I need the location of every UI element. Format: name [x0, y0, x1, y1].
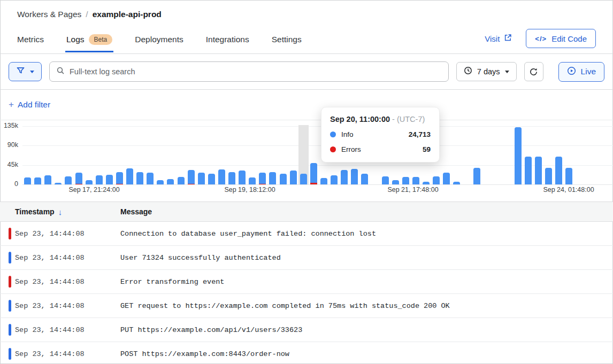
chart-bar[interactable]: [555, 157, 562, 184]
filter-menu-button[interactable]: [9, 62, 42, 81]
search-input[interactable]: [70, 67, 442, 76]
chart-bar[interactable]: [157, 180, 164, 184]
chart-bar[interactable]: [361, 174, 368, 184]
chart-bar[interactable]: [269, 172, 276, 184]
chart-bar[interactable]: [208, 174, 215, 184]
chart-bar[interactable]: [300, 174, 307, 184]
chart-bar-error-segment: [75, 184, 82, 185]
tooltip-series-value: 24,713: [409, 130, 431, 138]
chart-bar[interactable]: [239, 171, 246, 184]
add-filter-row: + Add filter: [0, 90, 613, 120]
external-link-icon: [504, 34, 512, 43]
log-table-row[interactable]: Sep 23, 14:44:08GET request to https://e…: [0, 294, 613, 318]
tooltip-series-row: Info24,713: [330, 130, 431, 138]
chart-bar[interactable]: [228, 172, 235, 184]
tab-metrics[interactable]: Metrics: [17, 30, 44, 52]
info-level-marker: [9, 348, 11, 360]
page-header: Workers & Pages / example-api-prod Metri…: [0, 0, 613, 54]
log-table: Timestamp ↓ Message Sep 23, 14:44:08Conn…: [0, 202, 613, 364]
chart-bar[interactable]: [290, 171, 297, 184]
chart-bar[interactable]: [310, 163, 317, 184]
tab-integrations[interactable]: Integrations: [206, 30, 249, 52]
chart-bar[interactable]: [218, 169, 225, 184]
tooltip-series-label: Errors: [341, 145, 361, 153]
chart-bar[interactable]: [147, 173, 154, 184]
chart-bar-error-segment: [310, 183, 317, 184]
tab-label: Deployments: [135, 35, 183, 44]
tab-label: Logs: [66, 35, 85, 44]
funnel-icon: [16, 66, 25, 78]
chart-bar[interactable]: [280, 174, 287, 184]
tab-logs[interactable]: LogsBeta: [66, 30, 112, 52]
chart-bar[interactable]: [65, 176, 72, 184]
log-table-row[interactable]: Sep 23, 14:44:08Error transforming event: [0, 270, 613, 294]
chart-bar[interactable]: [320, 178, 327, 184]
tooltip-series-label: Info: [341, 130, 354, 138]
chart-bar[interactable]: [443, 173, 450, 184]
chart-bar[interactable]: [24, 177, 31, 184]
chart-bar[interactable]: [565, 168, 572, 184]
chart-bar-error-segment: [259, 184, 266, 185]
chart-bar[interactable]: [351, 169, 358, 184]
chart-bar-error-segment: [188, 184, 195, 185]
tab-bar: MetricsLogsBetaDeploymentsIntegrationsSe…: [17, 30, 302, 52]
plus-icon: +: [9, 99, 14, 110]
chart-bar[interactable]: [341, 170, 348, 184]
chart-bar[interactable]: [198, 173, 205, 184]
chart-bar[interactable]: [188, 170, 195, 184]
log-table-row[interactable]: Sep 23, 14:44:08POST https://example.com…: [0, 342, 613, 364]
time-range-select[interactable]: 7 days: [456, 62, 517, 81]
chart-bar[interactable]: [382, 176, 389, 184]
log-table-row[interactable]: Sep 23, 14:44:08User 71324 successfully …: [0, 246, 613, 270]
live-button[interactable]: Live: [558, 62, 604, 82]
chart-bar[interactable]: [412, 177, 419, 184]
chart-bar[interactable]: [392, 180, 399, 184]
visit-link[interactable]: Visit: [485, 34, 512, 43]
live-label: Live: [581, 67, 596, 76]
log-volume-chart[interactable]: 135k90k45k0Sep 17, 21:24:00Sep 19, 18:12…: [0, 120, 613, 202]
refresh-icon: [528, 67, 539, 77]
chart-bar[interactable]: [453, 182, 460, 184]
x-axis-tick: Sep 19, 18:12:00: [224, 186, 275, 193]
chart-bar[interactable]: [126, 168, 133, 184]
refresh-button[interactable]: [524, 62, 543, 81]
chart-tooltip: Sep 20, 11:00:00 - (UTC-7) Info24,713Err…: [321, 107, 440, 162]
tooltip-series-row: Errors59: [330, 145, 431, 153]
chart-bar[interactable]: [473, 168, 480, 184]
chart-bar[interactable]: [116, 172, 123, 184]
chart-bar[interactable]: [75, 173, 82, 184]
chart-bar[interactable]: [545, 168, 552, 184]
add-filter-button[interactable]: + Add filter: [9, 99, 50, 110]
chart-bar[interactable]: [259, 173, 266, 184]
chevron-down-icon: [30, 71, 34, 73]
log-table-row[interactable]: Sep 23, 14:44:08PUT https://example.com/…: [0, 318, 613, 342]
chart-bar[interactable]: [535, 157, 542, 184]
chart-bar[interactable]: [44, 175, 51, 184]
tab-label: Settings: [272, 35, 302, 44]
y-axis-tick: 0: [0, 180, 18, 188]
column-timestamp: Timestamp: [15, 207, 55, 216]
chart-bar[interactable]: [423, 182, 430, 184]
tab-settings[interactable]: Settings: [272, 30, 302, 52]
chart-bar[interactable]: [515, 127, 522, 184]
log-table-row[interactable]: Sep 23, 14:44:08Connection to database u…: [0, 222, 613, 246]
chart-bar[interactable]: [86, 180, 93, 184]
chart-bar[interactable]: [106, 175, 113, 184]
chart-bar[interactable]: [34, 177, 41, 184]
chart-bar[interactable]: [136, 172, 143, 184]
breadcrumb-section[interactable]: Workers & Pages: [17, 10, 81, 19]
chart-bar[interactable]: [433, 176, 440, 184]
chart-bar[interactable]: [249, 177, 256, 184]
info-dot-icon: [330, 131, 336, 137]
chart-bar[interactable]: [167, 179, 174, 184]
chart-bar[interactable]: [402, 177, 409, 184]
edit-code-button[interactable]: </> Edit Code: [526, 29, 596, 48]
chart-bar[interactable]: [178, 177, 185, 184]
chart-bar[interactable]: [525, 157, 532, 184]
chart-bar[interactable]: [96, 175, 103, 184]
tab-deployments[interactable]: Deployments: [135, 30, 183, 52]
log-message: Connection to database user_payment fail…: [120, 230, 376, 238]
sort-descending-icon[interactable]: ↓: [58, 207, 63, 216]
chart-bar[interactable]: [55, 183, 62, 184]
chart-bar[interactable]: [331, 175, 338, 184]
